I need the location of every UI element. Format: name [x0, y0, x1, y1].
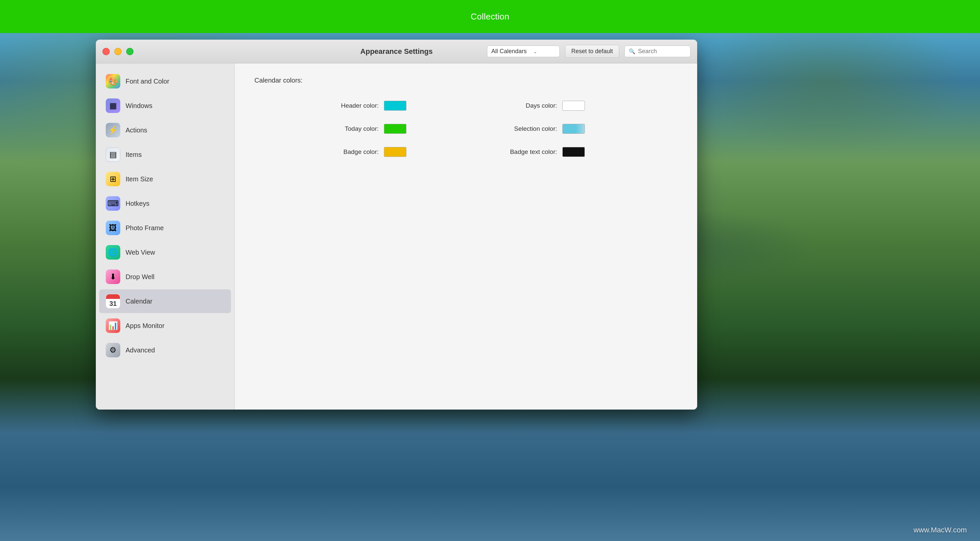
app-window: Appearance Settings All Calendars ⌄ Rese…: [96, 40, 697, 409]
sidebar-label-font-and-color: Font and Color: [126, 78, 169, 85]
sidebar-label-item-size: Item Size: [126, 175, 153, 183]
maximize-button[interactable]: [126, 48, 134, 55]
watermark: www.MacW.com: [913, 526, 967, 535]
sidebar-item-web-view[interactable]: 🌐 Web View: [99, 240, 231, 264]
sidebar-label-advanced: Advanced: [126, 346, 155, 354]
sidebar-label-photo-frame: Photo Frame: [126, 224, 164, 232]
header-color-row: Header color:: [255, 101, 406, 111]
drop-well-icon: ⬇: [106, 270, 120, 284]
title-bar: Appearance Settings All Calendars ⌄ Rese…: [96, 40, 697, 63]
days-color-label: Days color:: [526, 102, 557, 109]
sidebar-item-item-size[interactable]: ⊞ Item Size: [99, 167, 231, 191]
selection-color-label: Selection color:: [514, 125, 557, 132]
sidebar-item-windows[interactable]: ▦ Windows: [99, 94, 231, 117]
windows-icon: ▦: [106, 98, 120, 113]
selection-color-row: Selection color:: [433, 124, 585, 134]
sidebar-item-items[interactable]: ▤ Items: [99, 143, 231, 167]
sidebar: 🎨 Font and Color ▦ Windows ⚡ Actions ▤ I…: [96, 63, 235, 409]
minimize-button[interactable]: [115, 48, 122, 55]
colors-grid: Header color: Today color: Badge color:: [255, 101, 585, 157]
sidebar-label-windows: Windows: [126, 102, 152, 109]
sidebar-item-drop-well[interactable]: ⬇ Drop Well: [99, 265, 231, 289]
sidebar-item-apps-monitor[interactable]: 📊 Apps Monitor: [99, 314, 231, 338]
badge-text-color-row: Badge text color:: [433, 147, 585, 157]
sidebar-item-calendar[interactable]: 31 Calendar: [99, 289, 231, 313]
sidebar-item-hotkeys[interactable]: ⌨ Hotkeys: [99, 192, 231, 215]
today-color-swatch[interactable]: [384, 124, 406, 134]
web-view-icon: 🌐: [106, 245, 120, 260]
selection-color-swatch[interactable]: [562, 124, 585, 134]
search-icon: 🔍: [629, 48, 635, 54]
header-color-label: Header color:: [341, 102, 379, 109]
sidebar-item-font-and-color[interactable]: 🎨 Font and Color: [99, 69, 231, 93]
items-icon: ▤: [106, 147, 120, 162]
sidebar-label-drop-well: Drop Well: [126, 273, 154, 281]
photo-frame-icon: 🖼: [106, 221, 120, 235]
dropdown-value: All Calendars: [491, 48, 527, 55]
content-area: Calendar colors: Header color: Today col…: [235, 63, 697, 409]
sidebar-label-web-view: Web View: [126, 249, 155, 256]
sidebar-label-apps-monitor: Apps Monitor: [126, 322, 165, 330]
search-input[interactable]: [638, 48, 684, 55]
search-bar: 🔍: [624, 46, 690, 57]
actions-icon: ⚡: [106, 123, 120, 137]
left-column: Header color: Today color: Badge color:: [255, 101, 406, 157]
main-content: 🎨 Font and Color ▦ Windows ⚡ Actions ▤ I…: [96, 63, 697, 409]
badge-text-color-swatch[interactable]: [562, 147, 585, 157]
top-bar-title: Collection: [471, 11, 509, 22]
palette-icon: 🎨: [106, 74, 120, 89]
badge-color-row: Badge color:: [255, 147, 406, 157]
sidebar-label-actions: Actions: [126, 127, 147, 134]
reset-to-default-button[interactable]: Reset to default: [565, 45, 619, 58]
advanced-icon: ⚙: [106, 343, 120, 357]
window-controls: [102, 48, 134, 55]
title-bar-controls: All Calendars ⌄ Reset to default 🔍: [487, 45, 690, 58]
badge-color-label: Badge color:: [343, 148, 379, 155]
close-button[interactable]: [102, 48, 110, 55]
sidebar-label-items: Items: [126, 151, 142, 159]
right-column: Days color: Selection color: Badge text …: [433, 101, 585, 157]
sidebar-item-photo-frame[interactable]: 🖼 Photo Frame: [99, 216, 231, 240]
today-color-label: Today color:: [345, 125, 379, 132]
item-size-icon: ⊞: [106, 172, 120, 186]
sidebar-item-actions[interactable]: ⚡ Actions: [99, 118, 231, 142]
sidebar-label-calendar: Calendar: [126, 298, 152, 305]
days-color-swatch[interactable]: [562, 101, 585, 111]
sidebar-item-advanced[interactable]: ⚙ Advanced: [99, 338, 231, 362]
calendar-dropdown[interactable]: All Calendars ⌄: [487, 46, 560, 57]
today-color-row: Today color:: [255, 124, 406, 134]
badge-text-color-label: Badge text color:: [510, 148, 557, 155]
header-color-swatch[interactable]: [384, 101, 406, 111]
days-color-row: Days color:: [433, 101, 585, 111]
section-title: Calendar colors:: [255, 77, 677, 84]
calendar-icon: 31: [106, 294, 120, 308]
sidebar-label-hotkeys: Hotkeys: [126, 200, 150, 208]
top-bar: Collection: [0, 0, 980, 33]
badge-color-swatch[interactable]: [384, 147, 406, 157]
hotkeys-icon: ⌨: [106, 196, 120, 211]
apps-monitor-icon: 📊: [106, 318, 120, 333]
chevron-down-icon: ⌄: [533, 49, 537, 54]
window-title: Appearance Settings: [361, 47, 433, 56]
